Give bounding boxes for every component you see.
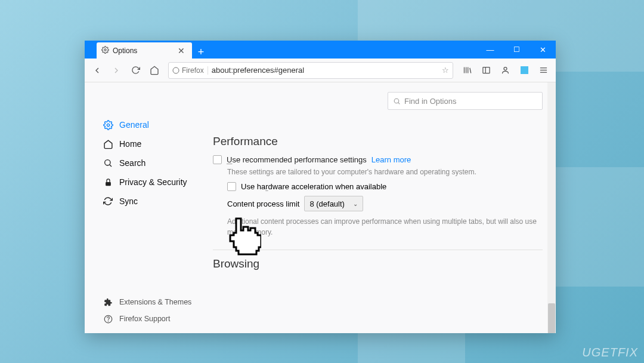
sync-icon (103, 196, 113, 207)
sidebar-item-sync[interactable]: Sync (85, 192, 207, 211)
svg-point-4 (504, 67, 507, 70)
sidebar-item-search[interactable]: Search (85, 153, 207, 173)
performance-heading: Performance (213, 135, 543, 148)
svg-point-9 (107, 124, 109, 126)
puzzle-icon (103, 297, 113, 307)
svg-point-15 (394, 99, 399, 103)
sidebar-label: Extensions & Themes (119, 298, 191, 306)
sidebar-toggle-button[interactable] (477, 61, 495, 79)
sidebar-item-home[interactable]: Home (85, 134, 207, 153)
hardware-accel-row: Use hardware acceleration when available (227, 182, 543, 191)
extension-icon[interactable] (515, 61, 533, 79)
divider (213, 250, 543, 250)
back-button[interactable] (88, 61, 106, 79)
scrollbar-thumb[interactable] (548, 303, 555, 333)
svg-rect-12 (106, 182, 111, 185)
svg-point-1 (173, 67, 179, 73)
learn-more-link[interactable]: Learn more (371, 155, 411, 164)
sidebar-item-support[interactable]: Firefox Support (85, 310, 207, 327)
use-recommended-label: Use recommended performance settings (227, 155, 367, 164)
address-bar[interactable]: Firefox about:preferences#general ☆ (168, 62, 453, 79)
sidebar-label: Privacy & Security (119, 177, 187, 187)
sidebar-item-extensions[interactable]: Extensions & Themes (85, 294, 207, 310)
bookmark-star-icon[interactable]: ☆ (442, 66, 449, 75)
forward-button[interactable] (107, 61, 125, 79)
sidebar-label: Firefox Support (119, 315, 170, 323)
watermark: UGETFIX (582, 346, 638, 359)
new-tab-button[interactable]: + (192, 46, 210, 59)
sidebar-label: Search (119, 158, 145, 168)
content-process-row: Content process limit 8 (default) ⌄ (227, 196, 543, 211)
sidebar-item-privacy[interactable]: Privacy & Security (85, 173, 207, 192)
tab-options[interactable]: Options ✕ (97, 42, 192, 59)
sidebar-label: Home (119, 139, 141, 149)
library-button[interactable] (458, 61, 476, 79)
url-text: about:preferences#general (212, 66, 442, 75)
menu-button[interactable] (534, 61, 552, 79)
tailored-text: These settings are tailored to your comp… (227, 168, 543, 176)
home-icon (103, 139, 113, 149)
chevron-down-icon: ⌄ (353, 201, 358, 207)
search-placeholder: Find in Options (404, 97, 456, 106)
content-process-select[interactable]: 8 (default) ⌄ (304, 196, 363, 211)
process-desc: Additional content processes can improve… (227, 216, 543, 238)
use-recommended-checkbox[interactable] (213, 155, 222, 164)
svg-rect-5 (521, 66, 528, 74)
reload-button[interactable] (126, 61, 144, 79)
svg-point-14 (108, 321, 109, 321)
firefox-window: Options ✕ + Firefox about:preferen (85, 41, 556, 333)
search-icon (393, 97, 401, 105)
gear-icon (103, 119, 113, 130)
tab-title: Options (113, 47, 137, 55)
nav-toolbar: Firefox about:preferences#general ☆ (85, 59, 556, 82)
content-process-label: Content process limit (227, 199, 299, 208)
use-recommended-row: Use recommended performance settings Lea… (213, 155, 543, 164)
sidebar-label: General (119, 120, 149, 130)
hardware-accel-label: Use hardware acceleration when available (241, 182, 386, 191)
firefox-context-label: Firefox (172, 66, 208, 75)
preferences-sidebar: General Home Search Privacy & Security (85, 82, 207, 333)
account-button[interactable] (496, 61, 514, 79)
preferences-main: Find in Options Performance Use recommen… (207, 82, 556, 333)
svg-line-11 (110, 165, 112, 167)
browsing-heading: Browsing (213, 257, 543, 270)
svg-point-0 (104, 48, 106, 50)
svg-rect-2 (482, 67, 489, 73)
window-close-button[interactable] (530, 41, 556, 59)
home-button[interactable] (145, 61, 163, 79)
lock-icon (103, 177, 113, 187)
sidebar-label: Sync (119, 196, 138, 206)
tab-close-icon[interactable]: ✕ (175, 46, 187, 56)
titlebar: Options ✕ + (85, 41, 556, 59)
scrollbar-track[interactable] (547, 82, 556, 333)
find-in-options-input[interactable]: Find in Options (388, 92, 543, 110)
content-area: General Home Search Privacy & Security (85, 82, 556, 333)
svg-line-16 (398, 102, 400, 104)
select-value: 8 (default) (309, 199, 345, 208)
search-icon (103, 158, 113, 168)
help-icon (103, 313, 113, 324)
window-maximize-button[interactable] (503, 41, 530, 59)
svg-point-10 (105, 160, 110, 165)
window-minimize-button[interactable] (477, 41, 503, 59)
sidebar-item-general[interactable]: General (85, 115, 207, 134)
gear-icon (101, 46, 109, 56)
hardware-accel-checkbox[interactable] (227, 182, 236, 191)
